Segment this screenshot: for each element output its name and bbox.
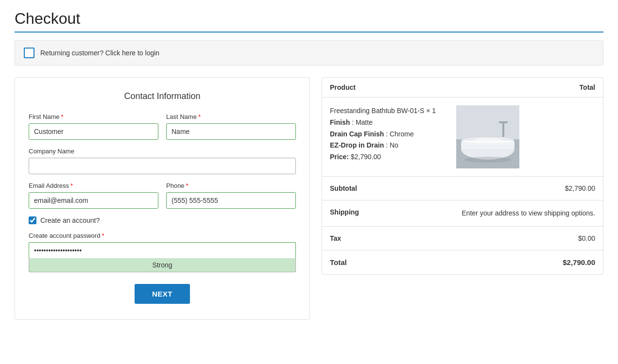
product-image — [456, 105, 519, 168]
password-input[interactable] — [29, 242, 296, 258]
password-strength-bar: Strong — [29, 258, 296, 272]
svg-point-5 — [461, 137, 515, 143]
svg-rect-6 — [502, 122, 504, 137]
last-name-input[interactable] — [166, 123, 296, 140]
email-group: Email Address* — [29, 182, 158, 209]
company-row: Company Name — [29, 148, 296, 174]
email-label: Email Address* — [29, 182, 158, 189]
first-name-input[interactable] — [29, 123, 158, 140]
password-required: * — [102, 232, 104, 239]
returning-customer-banner[interactable]: Returning customer? Click here to login — [15, 40, 603, 66]
product-name: Freestanding Bathtub BW-01-S — [330, 107, 424, 115]
tax-value: $0.00 — [448, 227, 603, 250]
phone-label: Phone* — [166, 182, 296, 189]
finish-label: Finish — [330, 118, 350, 126]
product-drain-cap: Drain Cap Finish : Chrome — [330, 129, 441, 140]
ez-drop-value: : No — [386, 141, 398, 149]
first-name-label: First Name* — [29, 113, 158, 120]
create-account-label: Create an account? — [40, 216, 100, 224]
last-name-label: Last Name* — [166, 113, 296, 120]
subtotal-row: Subtotal $2,790.00 — [322, 177, 603, 200]
order-table: Product Total Freestanding Bathtub BW-01… — [322, 78, 603, 274]
last-name-group: Last Name* — [166, 113, 296, 140]
ez-drop-label: EZ-Drop in Drain — [330, 141, 384, 149]
email-input[interactable] — [29, 192, 158, 209]
subtotal-label: Subtotal — [322, 177, 416, 200]
page-title: Checkout — [15, 10, 603, 28]
next-button[interactable]: NEXT — [135, 284, 190, 304]
bathtub-svg — [456, 105, 519, 168]
phone-required: * — [186, 182, 189, 189]
first-name-group: First Name* — [29, 113, 158, 140]
main-layout: Contact Information First Name* Last Nam… — [15, 77, 603, 320]
contact-row: Email Address* Phone* — [29, 182, 296, 209]
email-required: * — [70, 182, 73, 189]
product-details-cell: Freestanding Bathtub BW-01-S × 1 Finish … — [322, 98, 448, 177]
svg-rect-7 — [499, 121, 508, 123]
product-name-qty: Freestanding Bathtub BW-01-S × 1 — [330, 105, 441, 117]
company-name-group: Company Name — [29, 148, 296, 174]
total-col-header: Total — [448, 78, 603, 98]
phone-group: Phone* — [166, 182, 296, 209]
product-col-header: Product — [322, 78, 416, 98]
phone-input[interactable] — [166, 192, 296, 209]
shipping-value: Enter your address to view shipping opti… — [448, 200, 603, 227]
name-row: First Name* Last Name* — [29, 113, 296, 140]
product-qty: × 1 — [426, 107, 436, 115]
total-label: Total — [322, 250, 416, 275]
tax-row: Tax $0.00 — [322, 227, 603, 250]
first-name-required: * — [61, 113, 64, 120]
password-row: Create account password* Strong — [29, 232, 296, 272]
total-value: $2,790.00 — [448, 250, 603, 275]
subtotal-value: $2,790.00 — [448, 177, 603, 200]
order-table-header: Product Total — [322, 78, 603, 98]
product-details: Freestanding Bathtub BW-01-S × 1 Finish … — [330, 105, 441, 163]
password-label: Create account password* — [29, 232, 296, 239]
product-row: Freestanding Bathtub BW-01-S × 1 Finish … — [322, 98, 603, 177]
create-account-checkbox[interactable] — [29, 216, 36, 224]
order-panel: Product Total Freestanding Bathtub BW-01… — [322, 77, 603, 275]
shipping-label: Shipping — [322, 200, 416, 227]
next-btn-row: NEXT — [29, 284, 296, 304]
finish-value: : Matte — [352, 118, 373, 126]
product-price: Price: $2,790.00 — [330, 151, 441, 163]
total-row: Total $2,790.00 — [322, 250, 603, 275]
last-name-required: * — [198, 113, 201, 120]
drain-cap-label: Drain Cap Finish — [330, 130, 384, 138]
company-name-input[interactable] — [29, 158, 296, 174]
returning-customer-text: Returning customer? Click here to login — [40, 49, 159, 57]
drain-cap-value: : Chrome — [386, 130, 414, 138]
contact-section-title: Contact Information — [29, 91, 296, 101]
tax-label: Tax — [322, 227, 416, 250]
title-divider — [15, 32, 603, 33]
page-container: Checkout Returning customer? Click here … — [0, 0, 618, 330]
svg-point-8 — [464, 157, 511, 163]
returning-customer-icon — [24, 48, 34, 58]
product-finish: Finish : Matte — [330, 117, 441, 129]
product-image-cell — [448, 98, 603, 177]
password-group: Create account password* Strong — [29, 232, 296, 272]
price-label: Price: — [330, 153, 349, 161]
create-account-row: Create an account? — [29, 216, 296, 224]
shipping-row: Shipping Enter your address to view ship… — [322, 200, 603, 227]
price-value: $2,790.00 — [351, 153, 381, 161]
svg-rect-1 — [456, 105, 519, 139]
product-ez-drop: EZ-Drop in Drain : No — [330, 140, 441, 151]
company-name-label: Company Name — [29, 148, 296, 155]
contact-panel: Contact Information First Name* Last Nam… — [15, 77, 310, 320]
